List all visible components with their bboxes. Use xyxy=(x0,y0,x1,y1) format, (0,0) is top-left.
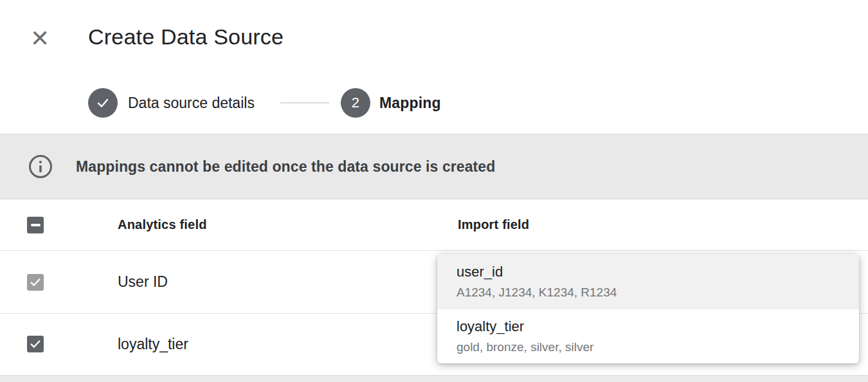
dropdown-option-loyalty-tier[interactable]: loyalty_tier gold, bronze, silver, silve… xyxy=(437,309,859,363)
dropdown-option-user-id[interactable]: user_id A1234, J1234, K1234, R1234 xyxy=(437,254,859,309)
step-label: Data source details xyxy=(128,95,255,112)
step-data-source-details[interactable]: Data source details xyxy=(88,88,255,118)
next-row-partial xyxy=(0,376,868,382)
analytics-field-header: Analytics field xyxy=(118,217,207,232)
row-checkbox-checked-disabled xyxy=(27,274,44,291)
option-label: user_id xyxy=(457,264,859,280)
close-icon[interactable]: ✕ xyxy=(26,24,54,53)
import-field-dropdown-menu: user_id A1234, J1234, K1234, R1234 loyal… xyxy=(437,254,859,363)
create-data-source-dialog: ✕ Create Data Source Data source details… xyxy=(0,0,868,382)
info-icon xyxy=(28,154,53,179)
table-header-row: Analytics field Import field xyxy=(0,199,868,251)
banner-text: Mappings cannot be edited once the data … xyxy=(76,158,495,176)
step-complete-check-icon xyxy=(88,88,118,118)
select-all-checkbox[interactable] xyxy=(27,217,44,233)
row-checkbox-checked[interactable] xyxy=(27,336,44,352)
page-title: Create Data Source xyxy=(88,24,284,50)
option-label: loyalty_tier xyxy=(457,318,859,335)
info-banner: Mappings cannot be edited once the data … xyxy=(0,134,868,199)
indeterminate-icon xyxy=(31,224,41,226)
import-field-header: Import field xyxy=(458,217,529,232)
step-number-badge: 2 xyxy=(341,88,370,118)
option-sample-values: A1234, J1234, K1234, R1234 xyxy=(457,286,859,300)
step-number: 2 xyxy=(352,95,359,111)
step-label: Mapping xyxy=(379,95,441,112)
option-sample-values: gold, bronze, silver, silver xyxy=(457,340,859,354)
stepper: Data source details 2 Mapping xyxy=(88,88,441,118)
analytics-field-value: loyalty_tier xyxy=(118,336,188,353)
step-mapping[interactable]: 2 Mapping xyxy=(341,88,441,118)
stepper-connector xyxy=(280,102,329,104)
analytics-field-value: User ID xyxy=(118,273,168,291)
